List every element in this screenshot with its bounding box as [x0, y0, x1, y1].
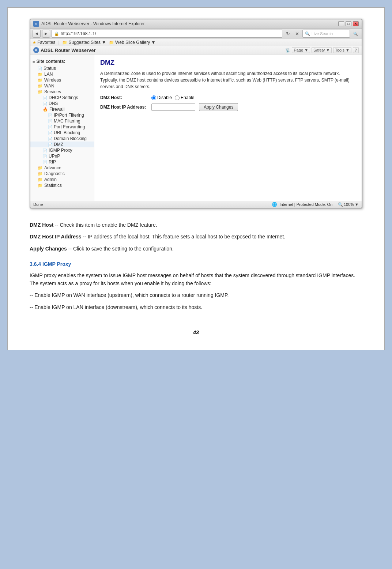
rss-icon: 📡 — [285, 48, 290, 53]
sidebar-item-advance[interactable]: 📁 Advance — [30, 165, 94, 171]
dmz-ip-label: DMZ Host IP Address: — [100, 105, 148, 110]
zoom-level: 100% — [344, 202, 354, 207]
stop-icon[interactable]: ✕ — [293, 30, 301, 38]
web-slice-label: Web Slice Gallery ▼ — [115, 40, 155, 45]
sidebar-item-diagnostic[interactable]: 📁 Diagnostic — [30, 171, 94, 177]
sidebar-label-services: Services — [44, 89, 61, 94]
browser-titlebar: e ADSL Router Webserver - Windows Intern… — [30, 19, 362, 29]
sidebar-item-services[interactable]: 📁 Services — [30, 89, 94, 95]
sidebar-item-mac[interactable]: 📄 MAC Filtering — [30, 118, 94, 124]
protected-mode-icon: 🌐 — [272, 202, 277, 207]
folder-icon-statistics: 📁 — [38, 183, 43, 188]
doc-content: DMZ Host -- Check this item to enable th… — [30, 217, 362, 319]
disable-radio[interactable] — [151, 95, 156, 100]
page-brand: ⊕ ADSL Router Webserver — [33, 47, 96, 53]
sidebar: ≡ Site contents: 📄 Status 📁 LAN 📁 Wirele… — [30, 54, 94, 201]
igmp-bullet2: -- Enable IGMP on LAN interface (downstr… — [30, 303, 362, 311]
folder-icon-advance: 📁 — [38, 166, 43, 170]
enable-radio-label[interactable]: Enable — [175, 95, 194, 100]
content-area: ≡ Site contents: 📄 Status 📁 LAN 📁 Wirele… — [30, 54, 362, 201]
dmz-ip-doc: DMZ Host IP Address -- IP address of the… — [30, 233, 362, 241]
page-actions: 📡 Page ▼ Safety ▼ Tools ▼ ? — [285, 47, 359, 53]
protected-mode-text: Internet | Protected Mode: On — [279, 202, 332, 207]
refresh-icon[interactable]: ↻ — [284, 30, 292, 38]
page-icon-dhcp: 📄 — [43, 96, 47, 100]
close-button[interactable]: ✕ — [353, 21, 359, 26]
sidebar-item-upnp[interactable]: 📄 UPnP — [30, 153, 94, 159]
sidebar-label-admin: Admin — [44, 177, 57, 182]
page-icon-rip: 📄 — [43, 160, 47, 164]
disable-radio-label[interactable]: Disable — [151, 95, 172, 100]
search-submit-button[interactable]: 🔍 — [351, 30, 359, 38]
folder-icon-admin: 📁 — [38, 177, 43, 182]
sidebar-item-ip-port[interactable]: 📄 IP/Port Filtering — [30, 112, 94, 118]
dmz-host-doc-label: DMZ Host — [30, 222, 53, 228]
suggested-sites-link[interactable]: 📁 Suggested Sites ▼ — [62, 40, 106, 45]
sidebar-item-admin[interactable]: 📁 Admin — [30, 177, 94, 182]
folder-icon-wireless: 📁 — [38, 78, 43, 83]
sidebar-label-dmz: DMZ — [54, 142, 63, 147]
tools-dropdown[interactable]: Tools ▼ — [333, 47, 351, 53]
maximize-button[interactable]: □ — [346, 21, 351, 26]
page-icon-upnp: 📄 — [43, 154, 47, 158]
forward-button[interactable]: ► — [42, 30, 50, 38]
window-controls[interactable]: ─ □ ✕ — [338, 21, 359, 26]
dmz-description: A Demilitarized Zone is used to provide … — [100, 70, 356, 90]
sidebar-item-rip[interactable]: 📄 RIP — [30, 159, 94, 165]
igmp-bullet1: -- Enable IGMP on WAN interface (upstrea… — [30, 291, 362, 299]
sidebar-item-wan[interactable]: 📁 WAN — [30, 83, 94, 89]
sidebar-item-firewall[interactable]: 🔥 Firewall — [30, 106, 94, 112]
page-icon-ip-port: 📄 — [48, 113, 52, 117]
sidebar-item-portfwd[interactable]: 📄 Port Forwarding — [30, 124, 94, 130]
sidebar-item-domain-block[interactable]: 📄 Domain Blocking — [30, 136, 94, 142]
favorites-bar: ★ Favorites | 📁 Suggested Sites ▼ 📁 Web … — [30, 39, 362, 46]
page-number: 43 — [30, 329, 362, 335]
status-bar: Done 🌐 Internet | Protected Mode: On | 🔍… — [30, 201, 362, 208]
sidebar-item-statistics[interactable]: 📁 Statistics — [30, 182, 94, 188]
page-icon-url-block: 📄 — [48, 131, 52, 135]
apply-doc: Apply Changes -- Click to save the setti… — [30, 245, 362, 253]
sidebar-label-rip: RIP — [49, 159, 56, 165]
help-button[interactable]: ? — [353, 47, 359, 53]
apply-changes-button[interactable]: Apply Changes — [199, 103, 238, 111]
safety-dropdown[interactable]: Safety ▼ — [312, 47, 332, 53]
sidebar-label-wireless: Wireless — [44, 78, 61, 83]
page-dropdown[interactable]: Page ▼ — [292, 47, 310, 53]
sidebar-item-wireless[interactable]: 📁 Wireless — [30, 77, 94, 83]
sidebar-item-dhcp[interactable]: 📄 DHCP Settings — [30, 95, 94, 101]
address-bar[interactable]: 🔒 http://192.168.1.1/ — [52, 30, 282, 38]
sidebar-item-dmz[interactable]: 📄 DMZ — [30, 142, 94, 147]
sidebar-item-status[interactable]: 📄 Status — [30, 65, 94, 71]
sidebar-label-status: Status — [44, 66, 56, 71]
sidebar-item-igmp[interactable]: 📄 IGMP Proxy — [30, 147, 94, 153]
zoom-control[interactable]: 🔍 100% ▼ — [338, 202, 359, 207]
sidebar-item-lan[interactable]: 📁 LAN — [30, 71, 94, 77]
dmz-host-doc-text: -- Check this item to enable the DMZ fea… — [55, 222, 157, 228]
address-toolbar-icons: ↻ ✕ — [284, 30, 301, 38]
dmz-ip-input[interactable] — [151, 103, 195, 111]
brand-label: ADSL Router Webserver — [41, 48, 96, 53]
search-icon: 🔍 — [305, 31, 310, 36]
sidebar-label-statistics: Statistics — [44, 183, 62, 188]
search-box[interactable]: 🔍 Live Search — [302, 30, 350, 38]
enable-radio[interactable] — [175, 95, 180, 100]
address-text: http://192.168.1.1/ — [61, 31, 96, 36]
dmz-ip-row: DMZ Host IP Address: Apply Changes — [100, 103, 356, 111]
folder-icon-diagnostic: 📁 — [38, 172, 43, 176]
page-icon-igmp: 📄 — [43, 148, 47, 152]
sidebar-label-lan: LAN — [44, 72, 53, 77]
page-icon-status: 📄 — [38, 67, 42, 71]
web-slice-gallery-link[interactable]: 📁 Web Slice Gallery ▼ — [109, 40, 155, 45]
security-icon: 🔒 — [54, 31, 59, 36]
browser-window: e ADSL Router Webserver - Windows Intern… — [30, 19, 362, 208]
dmz-host-doc: DMZ Host -- Check this item to enable th… — [30, 221, 362, 229]
favorites-button[interactable]: ★ Favorites — [33, 40, 55, 45]
sidebar-label-dhcp: DHCP Settings — [49, 95, 78, 100]
sidebar-label-mac: MAC Filtering — [54, 118, 80, 124]
sidebar-item-dns[interactable]: 📄 DNS — [30, 101, 94, 106]
dmz-title: DMZ — [100, 59, 356, 67]
minimize-button[interactable]: ─ — [338, 21, 344, 26]
sidebar-label-domain-block: Domain Blocking — [54, 136, 87, 141]
back-button[interactable]: ◄ — [33, 30, 41, 38]
sidebar-item-url-block[interactable]: 📄 URL Blocking — [30, 130, 94, 136]
